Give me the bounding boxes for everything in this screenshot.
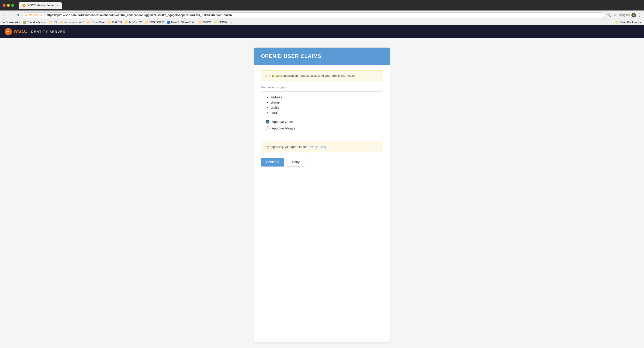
approve-always-radio[interactable] — [266, 126, 270, 130]
privacy-policy-link[interactable]: Privacy Policy — [308, 145, 326, 148]
card-title: OPENID USER CLAIMS — [261, 53, 383, 59]
incognito-icon: 🕵 — [632, 13, 636, 18]
bookmark-ngnix[interactable]: 📁 NGNIX — [214, 21, 228, 24]
close-window-button[interactable] — [3, 4, 6, 7]
bookmark-swagger[interactable]: 📁 SWAGGER — [145, 21, 164, 24]
bookmark-wso2[interactable]: 📁 WSO2 — [199, 21, 212, 24]
bookmark-mockito[interactable]: 📁 MOCKITO — [125, 21, 142, 24]
card-body: API_STORE application requests access to… — [254, 65, 390, 172]
ngnix-label: NGNIX — [219, 21, 228, 24]
logo-ws: WSO — [14, 29, 26, 34]
oauth-label: OAUTH — [112, 21, 122, 24]
new-tab-button[interactable]: + — [63, 2, 69, 9]
claims-card: OPENID USER CLAIMS API_STORE application… — [254, 48, 390, 342]
travelocity-icon: 🌿 — [22, 21, 26, 24]
bookmark-star-icon[interactable]: ☆ — [614, 13, 617, 17]
info-message-rest: application requests access to your prof… — [282, 74, 356, 78]
scopes-label: Requested scopes — [261, 86, 383, 89]
fx-label: FX — [54, 21, 57, 24]
maximize-window-button[interactable] — [11, 4, 14, 7]
scopes-section: Requested scopes address phone profile e… — [261, 86, 383, 137]
approve-always-label: Approve Always — [272, 126, 295, 130]
crossover-label: CrossOver — [92, 21, 105, 24]
menu-dots-icon[interactable]: ⋮ — [638, 13, 641, 17]
logo-sub: 2 — [26, 31, 27, 35]
bookmarks-bar: ★ Bookmarks 🌿 Travelocity.com 📁 FX 📁 Imp… — [0, 20, 644, 25]
address-text: https://apim.wso2.com:9443/authenticatio… — [46, 14, 234, 17]
folder-icon-importado: 📁 — [60, 21, 64, 24]
address-path: :9443/authenticationendpoint/oauth2_cons… — [76, 14, 234, 17]
scope-phone: phone — [270, 100, 378, 104]
bookmark-more[interactable]: » — [230, 21, 232, 24]
folder-icon-wso2: 📁 — [199, 21, 202, 24]
bookmark-travelocity[interactable]: 🌿 Travelocity.com — [22, 21, 46, 24]
forward-button[interactable]: › — [9, 12, 12, 18]
approve-always-option[interactable]: Approve Always — [266, 126, 378, 130]
bookmark-fx[interactable]: 📁 FX — [49, 21, 57, 24]
active-tab[interactable]: W WSO2 Identity Server × — [19, 2, 62, 9]
browser-chrome: W WSO2 Identity Server × + ‹ › ↻ ▲ Not S… — [0, 0, 644, 25]
info-box: API_STORE application requests access to… — [261, 70, 383, 81]
address-separator: | — [44, 14, 45, 17]
bookmark-how-to-share[interactable]: 🔵 How To Share Dat... — [167, 21, 196, 24]
folder-icon-crossover: 📁 — [87, 21, 90, 24]
refresh-button[interactable]: ↻ — [15, 12, 20, 18]
wso2-logo: W WSO2 IDENTITY SERVER — [5, 28, 66, 36]
bookmark-importado[interactable]: 📁 Importado do IE — [60, 21, 84, 24]
mockito-label: MOCKITO — [129, 21, 142, 24]
continue-button[interactable]: Continue — [261, 158, 284, 166]
approve-once-label: Approve Once — [272, 120, 293, 124]
title-bar: W WSO2 Identity Server × + — [0, 0, 644, 10]
identity-server-label: IDENTITY SERVER — [30, 30, 66, 34]
scope-address: address — [270, 96, 378, 99]
app-name: API_STORE — [265, 74, 282, 78]
tab-title: WSO2 Identity Server — [28, 4, 54, 7]
card-header: OPENID USER CLAIMS — [254, 48, 390, 65]
search-icon[interactable]: 🔍 — [607, 13, 612, 17]
how-to-share-icon: 🔵 — [167, 21, 170, 24]
security-warning: ▲ Not Secure — [26, 14, 43, 17]
tab-bar: W WSO2 Identity Server × + — [16, 2, 641, 9]
privacy-box: By approving, you agree to our Privacy P… — [261, 142, 383, 152]
importado-label: Importado do IE — [64, 21, 84, 24]
approve-once-option[interactable]: Approve Once — [266, 120, 378, 124]
minimize-window-button[interactable] — [7, 4, 10, 7]
deny-button[interactable]: Deny — [286, 158, 305, 166]
bookmark-oauth[interactable]: 📁 OAUTH — [108, 21, 122, 24]
wso2-logo-icon: W — [6, 29, 11, 34]
logo-circle: W — [5, 28, 12, 36]
incognito-label: Incognito — [618, 14, 630, 17]
app-header: W WSO2 IDENTITY SERVER — [0, 25, 644, 38]
nav-bar: ‹ › ↻ ▲ Not Secure | https://apim.wso2.c… — [0, 10, 644, 20]
scopes-list: address phone profile email — [266, 96, 378, 114]
address-domain: https://apim.wso2.com — [46, 14, 76, 17]
scopes-list-box: address phone profile email Approve Once — [261, 92, 383, 137]
tab-close-button[interactable]: × — [56, 4, 58, 7]
privacy-text: By approving, you agree to our — [265, 145, 308, 148]
approval-options: Approve Once Approve Always — [266, 116, 378, 130]
tab-favicon: W — [22, 4, 26, 7]
bookmark-crossover[interactable]: 📁 CrossOver — [87, 21, 105, 24]
back-button[interactable]: ‹ — [3, 12, 7, 18]
approve-once-radio[interactable] — [266, 120, 270, 124]
incognito-badge: Incognito 🕵 ⋮ — [618, 13, 641, 18]
more-bookmarks-label: » — [230, 21, 232, 24]
bookmark-bookmarks[interactable]: ★ Bookmarks — [3, 21, 20, 24]
address-bar[interactable]: ▲ Not Secure | https://apim.wso2.com:944… — [22, 12, 605, 18]
other-bookmarks-label: Other Bookmarks — [620, 21, 641, 24]
folder-icon-other: 📁 — [615, 21, 618, 24]
folder-icon-mockito: 📁 — [125, 21, 128, 24]
scope-profile: profile — [270, 106, 378, 110]
bookmark-other[interactable]: 📁 Other Bookmarks — [615, 21, 641, 24]
main-content: OPENID USER CLAIMS API_STORE application… — [0, 38, 644, 348]
how-to-share-label: How To Share Dat... — [171, 21, 196, 24]
travelocity-label: Travelocity.com — [27, 21, 46, 24]
window-controls — [3, 4, 14, 7]
swagger-label: SWAGGER — [150, 21, 164, 24]
svg-text:W: W — [8, 31, 10, 33]
folder-icon-swagger: 📁 — [145, 21, 148, 24]
folder-icon-fx: 📁 — [49, 21, 53, 24]
star-icon: ★ — [3, 21, 5, 24]
nav-icons: 🔍 ☆ — [607, 13, 617, 17]
folder-icon-ngnix: 📁 — [214, 21, 218, 24]
